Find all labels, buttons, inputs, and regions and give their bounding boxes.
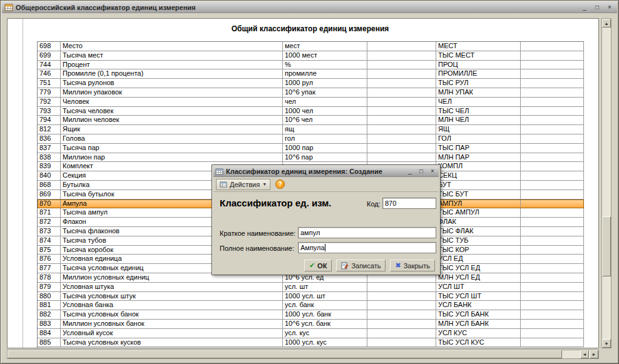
page-title: Общий классификатор единиц измерения — [37, 24, 583, 33]
cell-col6 — [521, 292, 584, 301]
actions-icon — [220, 181, 227, 188]
scroll-left-icon[interactable]: ◄ — [580, 350, 589, 358]
table-row[interactable]: 699Тысяча мест1000 местТЫС МЕСТ — [38, 51, 584, 61]
cell-name: Процент — [61, 61, 283, 70]
table-row[interactable]: 883Миллион условных банок10^6 усл. банкМ… — [38, 320, 584, 329]
cell-short: усл. кус — [283, 329, 367, 338]
table-row[interactable]: 838Миллион пар10^6 парМЛН ПАР — [38, 153, 584, 163]
cell-name: Тысяча человек — [61, 107, 283, 116]
cell-col4 — [367, 51, 436, 61]
close-button[interactable]: × — [605, 3, 615, 12]
cell-col6 — [521, 273, 584, 283]
close-dialog-button[interactable]: ✖ Закрыть — [390, 260, 435, 271]
cell-col4 — [367, 98, 436, 107]
cell-code: 885 — [38, 338, 61, 348]
table-row[interactable]: 744Процент%ПРОЦ — [38, 61, 584, 70]
horizontal-scrollbar[interactable]: ◄ ► — [7, 350, 599, 359]
dialog-maximize-button[interactable]: □ — [417, 168, 426, 176]
cell-col6 — [521, 338, 584, 348]
vertical-scrollbar-thumb[interactable] — [602, 216, 611, 276]
cell-name: Миллион человек — [61, 116, 283, 125]
cell-abbr: МЛН УСЛ ЕД — [436, 273, 521, 283]
save-label: Записать — [351, 262, 381, 270]
table-row[interactable]: 879Условная штукаусл. штУСЛ ШТ — [38, 283, 584, 292]
cell-code: 792 — [38, 98, 61, 107]
table-row[interactable]: 812ЯщикящЯЩ — [38, 125, 584, 134]
cell-col6 — [521, 171, 584, 181]
maximize-button[interactable]: □ — [592, 3, 602, 12]
cell-abbr: БУТ — [436, 181, 521, 190]
help-button[interactable]: ? — [275, 179, 285, 189]
table-row[interactable]: 880Тысяча условных штук1000 усл. штТЫС У… — [38, 292, 584, 301]
scroll-up-icon[interactable]: ▲ — [602, 19, 611, 28]
chevron-down-icon: ▼ — [262, 182, 267, 186]
cell-short: 1000 усл. шт — [283, 292, 367, 301]
window-title: Общероссийский классификатор единиц изме… — [16, 4, 577, 11]
save-button[interactable]: Записать — [336, 260, 386, 271]
cell-abbr: ТЫС УСЛ БАНК — [436, 310, 521, 320]
cell-abbr: МЛН УПАК — [436, 88, 521, 98]
cell-name: Тысяча условных штук — [61, 292, 283, 301]
short-name-input[interactable] — [298, 227, 436, 238]
scroll-right-icon[interactable]: ► — [590, 350, 598, 358]
cell-col6 — [521, 208, 584, 218]
table-row[interactable]: 794Миллион человек10^6 челМЛН ЧЕЛ — [38, 116, 584, 125]
table-row[interactable]: 836ГоловаголГОЛ — [38, 134, 584, 144]
cell-code: 699 — [38, 51, 61, 61]
cell-name: Ящик — [61, 125, 283, 134]
scroll-down-icon[interactable]: ▼ — [602, 339, 611, 348]
table-row[interactable]: 885Тысяча условных кусков1000 усл. кусТЫ… — [38, 338, 584, 348]
table-row[interactable]: 746Промилле (0,1 процента)промиллеПРОМИЛ… — [38, 69, 584, 79]
table-row[interactable]: 793Тысяча человек1000 челТЫС ЧЕЛ — [38, 107, 584, 116]
full-name-input[interactable] — [298, 242, 436, 253]
dialog-button-row: ✔ ОК Записать ✖ Закрыть — [304, 260, 435, 271]
cell-abbr: ТЫС ЧЕЛ — [436, 107, 521, 116]
cell-short: промилле — [283, 69, 367, 79]
actions-button[interactable]: Действия ▼ — [216, 179, 270, 190]
table-row[interactable]: 884Условный кусокусл. кусУСЛ КУС — [38, 329, 584, 338]
cell-short: 1000 усл. кус — [283, 338, 367, 348]
cell-code: 868 — [38, 181, 61, 190]
cell-name: Человек — [61, 98, 283, 107]
cell-code: 836 — [38, 134, 61, 144]
table-row[interactable]: 792ЧеловекчелЧЕЛ — [38, 98, 584, 107]
cell-short: 1000 рул — [283, 79, 367, 88]
cell-code: 839 — [38, 162, 61, 171]
table-row[interactable]: 837Тысяча пар1000 парТЫС ПАР — [38, 144, 584, 153]
cell-col6 — [521, 190, 584, 200]
check-icon: ✔ — [309, 261, 315, 270]
dialog-close-button[interactable]: × — [428, 168, 437, 176]
table-row[interactable]: 751Тысяча рулонов1000 рулТЫС РУЛ — [38, 79, 584, 88]
cell-short: 1000 усл. банк — [283, 310, 367, 320]
cell-col4 — [367, 61, 436, 70]
cell-short: 10^6 пар — [283, 153, 367, 163]
minimize-button[interactable]: _ — [580, 3, 590, 12]
cell-name: Тысяча условных кусков — [61, 338, 283, 348]
cell-short: 10^6 упак — [283, 88, 367, 98]
horizontal-scrollbar-thumb[interactable] — [8, 350, 562, 358]
cell-name: Условная банка — [61, 301, 283, 310]
cell-col6 — [521, 134, 584, 144]
cell-col4 — [367, 329, 436, 338]
table-row[interactable]: 881Условная банкаусл. банкУСЛ БАНК — [38, 301, 584, 310]
cell-abbr: ТЫС БУТ — [436, 190, 521, 200]
cell-name: Миллион упаковок — [61, 88, 283, 98]
ok-button[interactable]: ✔ ОК — [304, 260, 332, 271]
cell-col4 — [367, 153, 436, 163]
cell-code: 872 — [38, 218, 61, 227]
cell-col6 — [521, 246, 584, 255]
cell-col6 — [521, 264, 584, 273]
table-row[interactable]: 882Тысяча условных банок1000 усл. банкТЫ… — [38, 310, 584, 320]
code-input[interactable] — [382, 198, 436, 209]
cell-col6 — [521, 227, 584, 236]
table-row[interactable]: 698МестоместМЕСТ — [38, 42, 584, 51]
cell-col4 — [367, 310, 436, 320]
window-titlebar: Общероссийский классификатор единиц изме… — [2, 2, 617, 13]
dialog-minimize-button[interactable]: _ — [406, 168, 414, 176]
cell-code: 879 — [38, 283, 61, 292]
cell-abbr: ТЫС УСЛ ЕД — [436, 264, 521, 273]
table-row[interactable]: 779Миллион упаковок10^6 упакМЛН УПАК — [38, 88, 584, 98]
vertical-scrollbar[interactable]: ▲ ▼ — [601, 18, 611, 348]
cell-code: 875 — [38, 246, 61, 255]
cell-col4 — [367, 320, 436, 329]
